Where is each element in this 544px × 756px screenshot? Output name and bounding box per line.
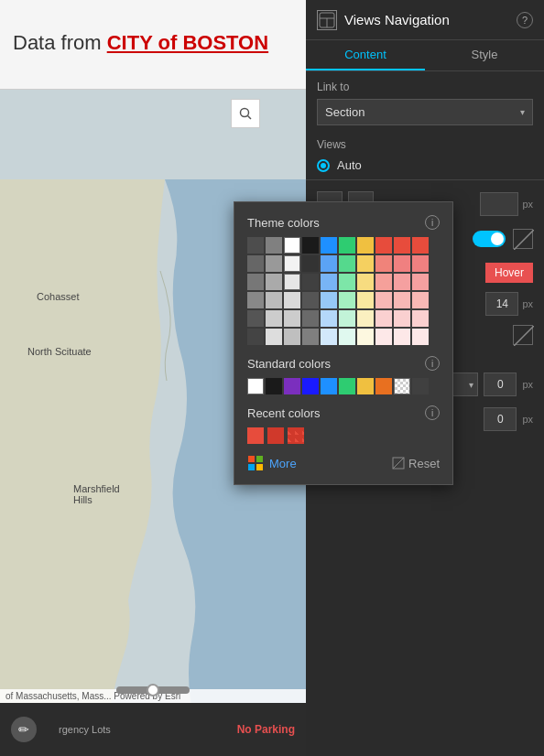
theme-color-swatch[interactable] — [321, 329, 337, 345]
standard-color-swatch[interactable] — [247, 378, 264, 394]
theme-color-swatch[interactable] — [302, 292, 319, 308]
theme-color-swatch[interactable] — [375, 329, 392, 345]
theme-color-swatch[interactable] — [339, 310, 355, 327]
theme-color-swatch[interactable] — [266, 310, 282, 327]
theme-color-swatch[interactable] — [412, 255, 429, 272]
theme-color-swatch[interactable] — [266, 255, 282, 272]
standard-color-swatch[interactable] — [339, 378, 355, 394]
reset-label: Reset — [408, 457, 440, 470]
theme-color-swatch[interactable] — [321, 255, 337, 272]
views-auto-row[interactable]: Auto — [306, 155, 544, 176]
theme-color-swatch[interactable] — [284, 255, 300, 272]
theme-color-swatch[interactable] — [375, 237, 392, 254]
border-radius-input[interactable] — [484, 407, 517, 431]
theme-color-swatch[interactable] — [412, 237, 429, 254]
recent-color-swatch-checkered[interactable] — [288, 427, 304, 444]
theme-color-swatch[interactable] — [339, 255, 355, 272]
map-title-link[interactable]: CITY of BOSTON — [107, 31, 268, 54]
more-colors-link[interactable]: More — [247, 455, 297, 471]
theme-color-swatch[interactable] — [284, 292, 300, 308]
theme-color-swatch[interactable] — [412, 274, 429, 290]
theme-color-swatch[interactable] — [302, 310, 319, 327]
theme-color-swatch[interactable] — [321, 237, 337, 254]
tab-content[interactable]: Content — [306, 40, 425, 70]
theme-color-swatch[interactable] — [357, 255, 374, 272]
theme-color-swatch[interactable] — [357, 292, 374, 308]
link-to-select[interactable]: Section ▾ — [317, 99, 533, 125]
theme-color-swatch[interactable] — [357, 310, 374, 327]
windows-logo-icon — [247, 455, 264, 471]
recent-color-swatch[interactable] — [267, 427, 284, 444]
theme-color-swatch[interactable] — [247, 274, 264, 290]
theme-color-swatch[interactable] — [339, 329, 355, 345]
background-color-swatch[interactable] — [513, 325, 533, 345]
theme-color-swatch[interactable] — [412, 329, 429, 345]
theme-color-swatch[interactable] — [339, 237, 355, 254]
standard-color-swatch[interactable] — [357, 378, 374, 394]
tab-content-label: Content — [344, 48, 386, 61]
theme-color-swatch[interactable] — [357, 237, 374, 254]
theme-color-swatch[interactable] — [339, 274, 355, 290]
theme-color-swatch[interactable] — [375, 292, 392, 308]
theme-color-swatch[interactable] — [266, 329, 282, 345]
border-width-input[interactable] — [484, 373, 517, 396]
theme-color-swatch[interactable] — [284, 329, 300, 345]
help-button[interactable]: ? — [517, 12, 533, 28]
theme-color-swatch[interactable] — [284, 237, 300, 254]
theme-color-swatch[interactable] — [247, 292, 264, 308]
theme-color-swatch[interactable] — [302, 255, 319, 272]
hover-button[interactable]: Hover — [485, 263, 533, 283]
theme-color-swatch[interactable] — [266, 274, 282, 290]
theme-color-swatch[interactable] — [302, 237, 319, 254]
width-input[interactable] — [480, 192, 518, 216]
theme-color-swatch[interactable] — [375, 310, 392, 327]
standard-color-swatch[interactable] — [284, 378, 300, 394]
font-size-input[interactable] — [485, 292, 518, 316]
theme-color-swatch[interactable] — [247, 255, 264, 272]
reset-button[interactable]: Reset — [392, 457, 440, 470]
theme-color-swatch[interactable] — [412, 292, 429, 308]
theme-color-swatch[interactable] — [357, 329, 374, 345]
theme-color-swatch[interactable] — [394, 310, 410, 327]
tab-style[interactable]: Style — [425, 40, 544, 70]
theme-color-swatch[interactable] — [357, 274, 374, 290]
theme-color-swatch[interactable] — [394, 255, 410, 272]
map-zoom-slider[interactable] — [116, 686, 190, 694]
theme-color-swatch[interactable] — [339, 292, 355, 308]
theme-color-swatch[interactable] — [284, 310, 300, 327]
edit-icon[interactable]: ✏ — [11, 717, 37, 742]
theme-color-swatch[interactable] — [321, 274, 337, 290]
theme-color-swatch[interactable] — [375, 274, 392, 290]
theme-color-swatch[interactable] — [394, 329, 410, 345]
theme-color-swatch[interactable] — [321, 292, 337, 308]
theme-color-swatch[interactable] — [412, 310, 429, 327]
theme-color-swatch[interactable] — [284, 274, 300, 290]
standard-color-swatch[interactable] — [321, 378, 337, 394]
standard-color-swatch[interactable] — [412, 378, 429, 394]
theme-color-swatch[interactable] — [266, 292, 282, 308]
theme-color-swatch[interactable] — [266, 237, 282, 254]
recent-colors-info-icon[interactable]: i — [425, 405, 440, 420]
standard-colors-info-icon[interactable]: i — [425, 356, 440, 371]
theme-color-swatch[interactable] — [394, 274, 410, 290]
standard-color-swatch[interactable] — [375, 378, 392, 394]
theme-color-swatch[interactable] — [247, 329, 264, 345]
theme-color-swatch[interactable] — [394, 237, 410, 254]
theme-color-swatch[interactable] — [247, 310, 264, 327]
theme-color-swatch[interactable] — [302, 274, 319, 290]
theme-color-swatch[interactable] — [247, 237, 264, 254]
theme-color-swatch[interactable] — [302, 329, 319, 345]
color-swatch-diagonal[interactable] — [513, 229, 533, 249]
standard-color-swatch[interactable] — [266, 378, 282, 394]
toggle-switch[interactable] — [473, 231, 506, 247]
slider-thumb[interactable] — [147, 684, 159, 697]
map-search-button[interactable] — [231, 99, 260, 128]
theme-color-swatch[interactable] — [321, 310, 337, 327]
recent-color-swatch[interactable] — [247, 427, 264, 444]
theme-color-swatch[interactable] — [375, 255, 392, 272]
standard-color-swatch[interactable] — [302, 378, 319, 394]
radio-auto[interactable] — [317, 159, 330, 172]
theme-colors-info-icon[interactable]: i — [425, 215, 440, 230]
theme-color-swatch[interactable] — [394, 292, 410, 308]
standard-color-swatch[interactable] — [394, 378, 410, 394]
